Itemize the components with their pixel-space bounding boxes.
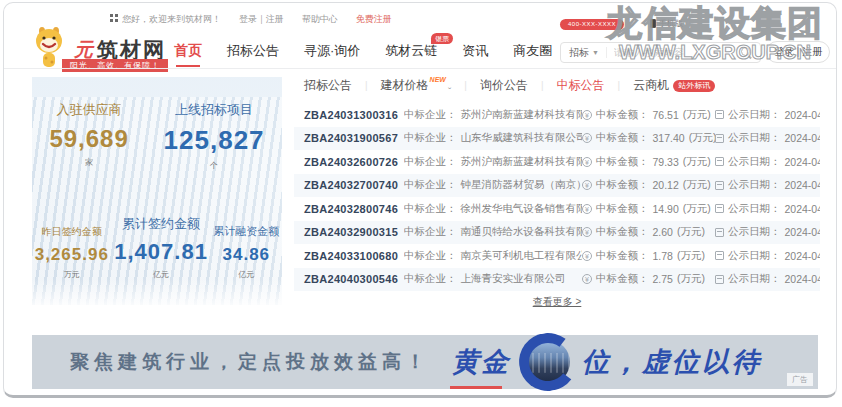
nav-item[interactable]: 寻源·询价 — [304, 42, 360, 60]
bid-id: ZBA24032800746 — [304, 203, 404, 215]
tab[interactable]: 招标公告 — [304, 77, 352, 94]
nav-item[interactable]: 首页 — [174, 42, 202, 60]
tab-label: 询价公告 — [480, 77, 528, 94]
bid-date: 公示日期：2024-04-09 — [715, 178, 820, 192]
ad-tag: 广告 — [787, 373, 813, 386]
bid-company: 中标企业：南京美可利机电工程有限公司 — [404, 249, 582, 263]
yuan-icon: ¥ — [582, 227, 592, 237]
bid-date: 公示日期：2024-04-09 — [715, 272, 820, 286]
topbar-register-link[interactable]: 免费注册 — [356, 13, 392, 26]
bid-company: 中标企业：钟星消防器材贸易（南京）有... — [404, 178, 582, 192]
bid-id: ZBA24033100680 — [304, 250, 404, 262]
bid-amount: ¥ 中标金额：14.90(万元) — [582, 202, 715, 216]
bid-amount: ¥ 中标金额：76.51(万元) — [582, 108, 715, 122]
watermark-company: 龙信建设集团 — [594, 5, 836, 40]
bid-id: ZBA24031900567 — [304, 132, 404, 144]
table-row[interactable]: ZBA24031300316 中标企业：苏州沪南新蓝建材科技有限公司 ¥ 中标金… — [294, 103, 820, 127]
yuan-icon: ¥ — [582, 110, 592, 120]
nav-item-label: 资讯 — [462, 43, 488, 58]
yuan-icon: ¥ — [582, 251, 592, 261]
bid-amount: ¥ 中标金额：2.75(万元) — [582, 272, 715, 286]
bid-amount: ¥ 中标金额：1.78(万元) — [582, 249, 715, 263]
bid-date: 公示日期：2024-04-09 — [715, 155, 820, 169]
search-category-dropdown[interactable]: 招标▼ — [569, 46, 599, 60]
winning-bid-table: ZBA24031300316 中标企业：苏州沪南新蓝建材科技有限公司 ¥ 中标金… — [294, 103, 820, 291]
announcement-tabs: 招标公告 建材价格NEW 询价公告 中标公告 云商机站外标讯 — [304, 77, 715, 94]
table-row[interactable]: ZBA24031900567 中标企业：山东华威建筑科技有限公司 ¥ 中标金额：… — [294, 127, 820, 151]
logo-tagline: 阳光、高效、有保障！ — [62, 59, 168, 72]
search-bar: 招标▼ — [560, 42, 761, 63]
tab[interactable]: 云商机站外标讯 — [605, 77, 716, 94]
calendar-icon — [715, 275, 724, 284]
stats-panel: 入驻供应商 59,689 家 上线招标项目 125,827 个 昨日签约金额 3… — [32, 77, 282, 305]
nav-badge: 银票 — [431, 33, 453, 44]
nav-item-label: 商友圈 — [513, 43, 552, 58]
table-footer: 查看更多 > — [294, 291, 820, 313]
nav-item[interactable]: 商友圈 — [513, 42, 552, 60]
stat-label: 入驻供应商 — [49, 101, 128, 119]
phone-icon — [650, 19, 656, 28]
calendar-icon — [715, 110, 724, 119]
yuan-icon: ¥ — [582, 133, 592, 143]
search-icon[interactable] — [741, 47, 752, 58]
calendar-icon — [715, 228, 724, 237]
bid-amount: ¥ 中标金额：79.33(万元) — [582, 155, 715, 169]
stat-label: 累计签约金额 — [114, 215, 208, 233]
bid-date: 公示日期：2024-04-09 — [715, 131, 820, 145]
topbar-greeting: 您好，欢迎来到筑材网！ — [110, 13, 221, 26]
bid-id: ZBA24040300546 — [304, 273, 404, 285]
table-row[interactable]: ZBA24032900315 中标企业：南通贝特给水设备科技有限公司 ¥ 中标金… — [294, 221, 820, 245]
stat-label: 累计融资金额 — [213, 224, 279, 239]
stat-total-financed: 累计融资金额 34.86 亿元 — [213, 224, 279, 280]
bid-company: 中标企业：苏州沪南新蓝建材科技有限公司 — [404, 108, 582, 122]
mobile-version-link[interactable]: 手机版 — [650, 18, 683, 29]
stat-unit: 亿元 — [114, 269, 208, 280]
ad-banner[interactable]: 聚焦建筑行业，定点投放效益高！ 黄金 位，虚位以待 广告 — [32, 335, 818, 389]
tab-label: 建材价格 — [381, 77, 429, 94]
nav-item[interactable]: 招标公告 — [227, 42, 279, 60]
bid-amount: ¥ 中标金额：20.12(万元) — [582, 178, 715, 192]
stat-unit: 亿元 — [213, 269, 279, 280]
search-input[interactable] — [614, 47, 741, 58]
bid-id: ZBA24032700740 — [304, 179, 404, 191]
tab[interactable]: 询价公告 — [451, 77, 528, 94]
tab[interactable]: 中标公告 — [528, 77, 605, 94]
topbar: 您好，欢迎来到筑材网！ 登录｜注册 帮助中心 免费注册 — [110, 13, 392, 26]
stat-value: 59,689 — [49, 125, 128, 153]
bid-company: 中标企业：山东华威建筑科技有限公司 — [404, 131, 582, 145]
view-more-link[interactable]: 查看更多 > — [533, 295, 582, 309]
yuan-icon: ¥ — [582, 157, 592, 167]
nav-item-label: 筑材云链 — [385, 43, 437, 58]
calendar-icon — [715, 181, 724, 190]
banner-slogan: 聚焦建筑行业，定点投放效益高！ — [70, 349, 430, 375]
stat-yesterday-signed: 昨日签约金额 3,265.96 万元 — [35, 225, 109, 280]
bid-id: ZBA24032900315 — [304, 226, 404, 238]
bid-amount: ¥ 中标金额：317.40(万元) — [582, 131, 715, 145]
divider — [606, 47, 607, 58]
bid-id: ZBA24031300316 — [304, 109, 404, 121]
bid-company: 中标企业：上海青安实业有限公司 — [404, 272, 582, 286]
login-register-button[interactable]: 登录 | 注册 — [766, 41, 830, 63]
topbar-login-link[interactable]: 登录｜注册 — [239, 13, 284, 26]
tab-label: 云商机 — [633, 77, 669, 94]
stat-value: 125,827 — [164, 125, 265, 156]
page: 您好，欢迎来到筑材网！ 登录｜注册 帮助中心 免费注册 元 筑材网 阳光、高效、… — [3, 2, 837, 398]
banner-rest-text: 位，虚位以待 — [582, 344, 762, 380]
yuan-icon: ¥ — [582, 204, 592, 214]
topbar-help-link[interactable]: 帮助中心 — [302, 13, 338, 26]
table-row[interactable]: ZBA24040300546 中标企业：上海青安实业有限公司 ¥ 中标金额：2.… — [294, 268, 820, 292]
tab[interactable]: 建材价格NEW — [352, 77, 451, 94]
table-row[interactable]: ZBA24032600726 中标企业：苏州沪南新蓝建材科技有限公司 ¥ 中标金… — [294, 150, 820, 174]
bid-company: 中标企业：苏州沪南新蓝建材科技有限公司 — [404, 155, 582, 169]
banner-c-graphic — [520, 334, 576, 390]
nav-item[interactable]: 筑材云链 银票 — [385, 42, 437, 60]
nav-item-label: 寻源·询价 — [304, 43, 360, 58]
table-row[interactable]: ZBA24033100680 中标企业：南京美可利机电工程有限公司 ¥ 中标金额… — [294, 244, 820, 268]
table-row[interactable]: ZBA24032700740 中标企业：钟星消防器材贸易（南京）有... ¥ 中… — [294, 174, 820, 198]
nav-item[interactable]: 资讯 — [462, 42, 488, 60]
c-ring-icon — [515, 329, 581, 395]
table-row[interactable]: ZBA24032800746 中标企业：徐州发华电气设备销售有限公司 ¥ 中标金… — [294, 197, 820, 221]
stat-value: 34.86 — [213, 245, 279, 265]
chevron-down-icon: ▼ — [592, 49, 599, 56]
header-divider — [4, 68, 836, 69]
